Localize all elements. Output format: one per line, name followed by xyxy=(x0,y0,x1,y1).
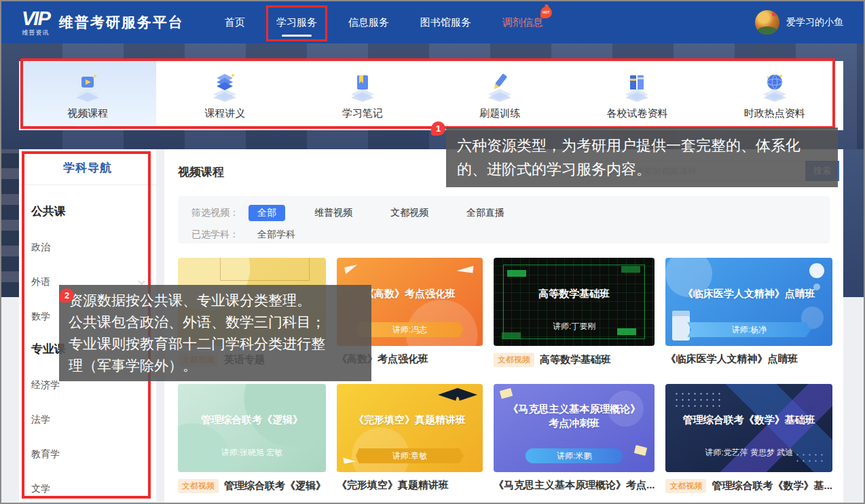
annotation-number-2: 2 xyxy=(60,288,74,303)
books-cube-icon xyxy=(622,72,652,102)
sidebar-item-label: 法学 xyxy=(31,414,50,426)
filter-bar: 筛选视频：全部维普视频文都视频全部直播已选学科：全部学科 xyxy=(178,196,830,244)
tab-current-affairs[interactable]: 时政热点资料 xyxy=(706,61,843,130)
page: VIP 维普资讯 维普考研服务平台 首页学习服务信息服务图书馆服务调剂信息HOT… xyxy=(0,0,865,504)
annotation-note-1: 六种资源类型，为考研用户提供一套完整的、体系化的、进阶式的学习服务内容。 xyxy=(446,128,838,187)
card-cover: 《临床医学人文精神》点睛班讲师:杨净 xyxy=(665,258,832,346)
globe-cube-icon xyxy=(760,72,790,102)
instructor-band: 讲师:杨净 xyxy=(687,322,811,337)
annotation-text-line: 的、进阶式的学习服务内容。 xyxy=(457,157,827,181)
resource-tab-label: 视频课程 xyxy=(67,107,108,120)
tab-course-handouts[interactable]: 课程讲义 xyxy=(156,61,293,130)
top-navbar: VIP 维普资讯 维普考研服务平台 首页学习服务信息服务图书馆服务调剂信息HOT… xyxy=(1,1,864,43)
sidebar-item-education[interactable]: 教育学 xyxy=(31,448,144,461)
avatar[interactable] xyxy=(755,10,779,35)
card-caption: 《完形填空》真题精讲班 xyxy=(337,479,483,492)
filter-option[interactable]: 全部 xyxy=(249,205,285,221)
username: 爱学习的小鱼 xyxy=(786,16,843,28)
tab-school-papers[interactable]: 各校试卷资料 xyxy=(568,61,705,130)
card-title: 管理综合联考《数学》基... xyxy=(712,480,832,492)
nav-item-study-services[interactable]: 学习服务 xyxy=(276,16,317,29)
card-title: 管理综合联考《逻辑》 xyxy=(224,480,326,492)
resource-tab-label: 刷题训练 xyxy=(479,107,520,120)
vip-logo[interactable]: VIP 维普资讯 xyxy=(22,9,50,36)
card-cover: 管理综合联考《逻辑》讲师:张晓旭 宏敏 xyxy=(178,384,326,472)
annotation-text-line: 专业课则按教育部十二门学科分类进行整 xyxy=(69,333,362,355)
video-card[interactable]: 《完形填空》真题精讲班讲师:章敏《完形填空》真题精讲班 xyxy=(337,384,483,493)
chevron-down-icon xyxy=(139,277,145,284)
page-title: 视频课程 xyxy=(178,164,224,180)
tab-study-notes[interactable]: 学习笔记 xyxy=(294,61,431,130)
card-title: 《马克思主义基本原理概论》考点... xyxy=(494,479,655,492)
card-title: 高等数学基础班 xyxy=(540,353,611,366)
sidebar-item-politics[interactable]: 政治 xyxy=(31,241,144,254)
card-caption: 文都视频管理综合联考《逻辑》 xyxy=(178,479,326,493)
card-cover: 《完形填空》真题精讲班讲师:章敏 xyxy=(337,384,483,472)
filter-row: 筛选视频：全部维普视频文都视频全部直播 xyxy=(191,205,816,221)
divider xyxy=(19,185,156,185)
sidebar-item-label: 教育学 xyxy=(31,448,60,461)
video-card[interactable]: 管理综合联考《数学》基础班讲师:党艺萍 黄思梦 武迪文都视频管理综合联考《数学》… xyxy=(665,384,832,493)
wendu-video-badge: 文都视频 xyxy=(665,479,706,493)
filter-option[interactable]: 文都视频 xyxy=(382,205,437,221)
sidebar-item-label: 经济学 xyxy=(31,379,60,391)
instructor-band: 讲师:冯志 xyxy=(356,322,464,337)
instructor-label: 讲师:张晓旭 宏敏 xyxy=(178,447,326,459)
card-cover-title: 高等数学基础班 xyxy=(499,286,650,301)
card-cover: 高等数学基础班讲师:丁要刚 xyxy=(494,258,655,346)
user-account[interactable]: 爱学习的小鱼 xyxy=(755,10,843,35)
card-cover-title: 《马克思主义基本原理概论》考点冲刺班 xyxy=(499,402,650,430)
play-cube-icon xyxy=(73,72,103,102)
banner-left-strip xyxy=(1,149,19,297)
video-card[interactable]: 管理综合联考《逻辑》讲师:张晓旭 宏敏文都视频管理综合联考《逻辑》 xyxy=(178,384,326,493)
tab-question-drills[interactable]: 刷题训练 xyxy=(431,61,568,130)
resource-tab-label: 课程讲义 xyxy=(204,107,245,120)
selected-subject-value: 全部学科 xyxy=(249,227,304,243)
sidebar-item-label: 政治 xyxy=(31,241,50,254)
pencil-cube-icon xyxy=(485,72,515,102)
card-title: 《临床医学人文精神》点睛班 xyxy=(665,353,798,366)
tab-video-courses[interactable]: 视频课程 xyxy=(19,61,156,130)
sidebar-item-law[interactable]: 法学 xyxy=(31,414,144,426)
annotation-text-line: 六种资源类型，为考研用户提供一套完整的、体系化 xyxy=(457,134,827,157)
annotation-text-line: 资源数据按公共课、专业课分类整理。 xyxy=(69,290,362,311)
instructor-band: 讲师:章敏 xyxy=(356,448,464,463)
nav-menu: 首页学习服务信息服务图书馆服务调剂信息HOT xyxy=(225,16,543,29)
video-card[interactable]: 《临床医学人文精神》点睛班讲师:杨净《临床医学人文精神》点睛班 xyxy=(665,258,832,367)
card-cover: 《马克思主义基本原理概论》考点冲刺班讲师:米鹏 xyxy=(494,384,655,472)
sidebar-item-label: 文学 xyxy=(31,483,50,495)
filter-label: 筛选视频： xyxy=(191,207,239,219)
card-caption: 文都视频高等数学基础班 xyxy=(494,353,655,367)
video-card[interactable]: 《马克思主义基本原理概论》考点冲刺班讲师:米鹏《马克思主义基本原理概论》考点..… xyxy=(494,384,655,493)
sidebar-title: 学科导航 xyxy=(31,149,144,185)
nav-item-info-services[interactable]: 信息服务 xyxy=(348,16,389,29)
annotation-note-2: 资源数据按公共课、专业课分类整理。公共课包含政治、外语、数学三门科目；专业课则按… xyxy=(59,285,371,381)
sidebar-group-public[interactable]: 公共课 xyxy=(31,203,144,219)
nav-item-transfer-info[interactable]: 调剂信息HOT xyxy=(502,16,543,29)
sidebar-item-label: 外语 xyxy=(31,276,50,288)
vip-logo-text: VIP xyxy=(22,9,50,28)
layers-cube-icon xyxy=(210,72,240,102)
video-card[interactable]: 高等数学基础班讲师:丁要刚文都视频高等数学基础班 xyxy=(494,258,655,367)
bookmark-cube-icon xyxy=(348,72,378,102)
filter-row: 已选学科：全部学科 xyxy=(191,227,816,243)
sidebar-item-literature[interactable]: 文学 xyxy=(31,483,144,495)
hot-flame-icon: HOT xyxy=(540,7,552,18)
card-caption: 《临床医学人文精神》点睛班 xyxy=(665,353,832,366)
resource-tab-label: 各校试卷资料 xyxy=(606,107,667,120)
annotation-box-nav xyxy=(266,5,327,41)
wendu-video-badge: 文都视频 xyxy=(178,479,219,493)
card-caption: 文都视频管理综合联考《数学》基... xyxy=(665,479,832,493)
filter-option[interactable]: 全部直播 xyxy=(458,205,513,221)
annotation-text-line: 公共课包含政治、外语、数学三门科目； xyxy=(69,311,362,333)
card-cover-title: 管理综合联考《逻辑》 xyxy=(183,412,320,427)
card-caption: 《马克思主义基本原理概论》考点... xyxy=(494,479,655,492)
filter-label: 已选学科： xyxy=(191,229,239,241)
card-cover-title: 管理综合联考《数学》基础班 xyxy=(671,412,827,427)
nav-item-library-services[interactable]: 图书馆服务 xyxy=(420,16,471,29)
resource-tab-label: 时政热点资料 xyxy=(744,107,805,120)
resource-tabs-panel: 视频课程课程讲义学习笔记刷题训练各校试卷资料时政热点资料 xyxy=(19,61,843,130)
filter-option[interactable]: 维普视频 xyxy=(306,205,361,221)
sidebar-item-label: 数学 xyxy=(31,311,50,323)
nav-item-home[interactable]: 首页 xyxy=(225,16,245,29)
